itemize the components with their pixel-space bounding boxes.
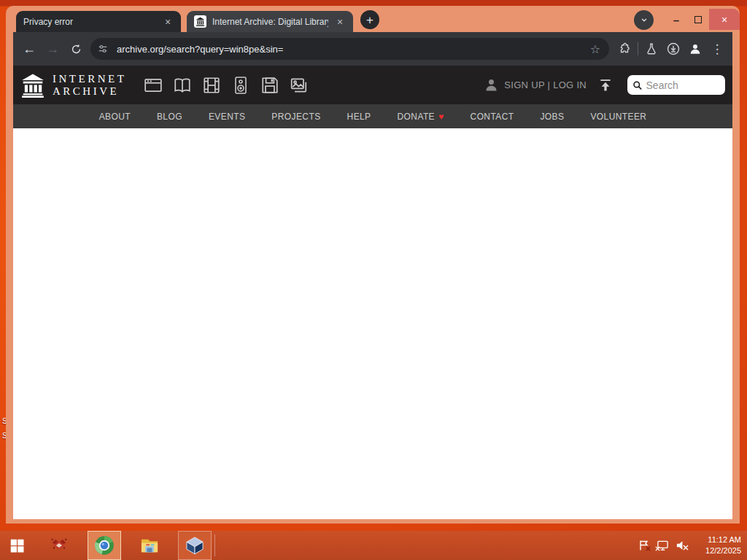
back-button[interactable]: ←: [18, 37, 41, 61]
maximize-icon: [694, 16, 702, 23]
archive-header: INTERNET ARCHIVE: [13, 66, 732, 104]
nav-volunteer[interactable]: VOLUNTEER: [590, 112, 646, 122]
browser-toolbar: ← → archive.org/search?query=win8pe&sin=…: [13, 32, 732, 66]
wordmark-line1: INTERNET: [53, 73, 126, 85]
profile-avatar-icon[interactable]: [684, 38, 706, 60]
toolbar-divider: [638, 42, 638, 55]
tab-strip: Privacy error × Internet Archive: Digita…: [6, 6, 740, 32]
heart-icon: ♥: [438, 112, 444, 122]
internet-archive-wordmark[interactable]: INTERNET ARCHIVE: [53, 73, 126, 98]
internet-archive-logo-icon[interactable]: [20, 72, 45, 98]
reload-button[interactable]: [64, 37, 88, 61]
taskbar-red-app-button[interactable]: [42, 531, 76, 560]
nav-donate-label: DONATE: [398, 112, 436, 122]
bookmark-star-icon[interactable]: ☆: [589, 42, 602, 56]
action-center-flag-icon[interactable]: [638, 540, 650, 551]
nav-blog[interactable]: BLOG: [157, 112, 182, 122]
tab-title: Internet Archive: Digital Library: [212, 17, 328, 27]
browser-window: Privacy error × Internet Archive: Digita…: [6, 6, 740, 524]
site-settings-icon[interactable]: [97, 43, 109, 55]
new-tab-button[interactable]: +: [360, 10, 379, 29]
images-icon[interactable]: [290, 76, 309, 95]
signup-login-link[interactable]: SIGN UP | LOG IN: [504, 79, 587, 90]
user-icon: [484, 77, 499, 93]
video-icon[interactable]: [202, 76, 221, 95]
start-button[interactable]: [0, 531, 34, 560]
upload-icon[interactable]: [598, 78, 613, 93]
network-status-icon[interactable]: [657, 540, 669, 551]
tab-search-button[interactable]: [634, 10, 654, 30]
taskbar-file-explorer-button[interactable]: [133, 531, 166, 560]
nav-contact[interactable]: CONTACT: [471, 112, 514, 122]
software-icon[interactable]: [260, 76, 279, 95]
nav-help[interactable]: HELP: [347, 112, 371, 122]
nav-about[interactable]: ABOUT: [99, 112, 131, 122]
extensions-icon[interactable]: [614, 38, 635, 60]
archive-search-box[interactable]: [627, 75, 725, 95]
window-controls: – ×: [634, 9, 740, 31]
system-tray: 11:12 AM 12/2/2025: [638, 534, 747, 556]
header-account-area: SIGN UP | LOG IN: [484, 75, 725, 95]
archive-search-input[interactable]: [646, 79, 720, 91]
forward-button[interactable]: →: [41, 37, 64, 61]
media-type-icons: [144, 76, 309, 95]
nav-donate[interactable]: DONATE♥: [398, 112, 444, 122]
tab-internet-archive[interactable]: Internet Archive: Digital Library ×: [187, 11, 353, 32]
taskbar-virtualbox-button[interactable]: [178, 531, 212, 560]
url-text[interactable]: archive.org/search?query=win8pe&sin=: [117, 44, 589, 55]
clock-time: 11:12 AM: [697, 534, 741, 545]
taskbar-divider: [214, 534, 215, 556]
tab-title: Privacy error: [23, 17, 156, 27]
tab-privacy-error[interactable]: Privacy error ×: [16, 11, 181, 32]
wordmark-line2: ARCHIVE: [53, 85, 126, 98]
address-bar[interactable]: archive.org/search?query=win8pe&sin= ☆: [90, 38, 609, 60]
page-content-blank: [13, 128, 732, 519]
taskbar-chrome-button[interactable]: [88, 531, 121, 560]
tab-close-icon[interactable]: ×: [334, 16, 346, 28]
taskbar: 11:12 AM 12/2/2025: [0, 531, 747, 560]
web-icon[interactable]: [144, 76, 163, 95]
volume-muted-icon[interactable]: [676, 540, 688, 551]
browser-menu-icon[interactable]: ⋮: [706, 38, 728, 60]
nav-projects[interactable]: PROJECTS: [271, 112, 320, 122]
audio-icon[interactable]: [231, 76, 250, 95]
downloads-icon[interactable]: [662, 38, 684, 60]
archive-nav: ABOUT BLOG EVENTS PROJECTS HELP DONATE♥ …: [13, 104, 732, 128]
tab-close-icon[interactable]: ×: [162, 16, 174, 28]
maximize-button[interactable]: [687, 16, 709, 23]
experiments-flask-icon[interactable]: [640, 38, 662, 60]
close-window-button[interactable]: ×: [709, 9, 740, 30]
nav-events[interactable]: EVENTS: [209, 112, 245, 122]
texts-icon[interactable]: [173, 76, 192, 95]
minimize-button[interactable]: –: [665, 14, 687, 26]
webpage-internet-archive: INTERNET ARCHIVE: [13, 66, 732, 519]
nav-jobs[interactable]: JOBS: [540, 112, 564, 122]
clock-date: 12/2/2025: [697, 545, 741, 556]
taskbar-clock[interactable]: 11:12 AM 12/2/2025: [697, 534, 741, 556]
internet-archive-favicon-icon: [194, 15, 206, 28]
